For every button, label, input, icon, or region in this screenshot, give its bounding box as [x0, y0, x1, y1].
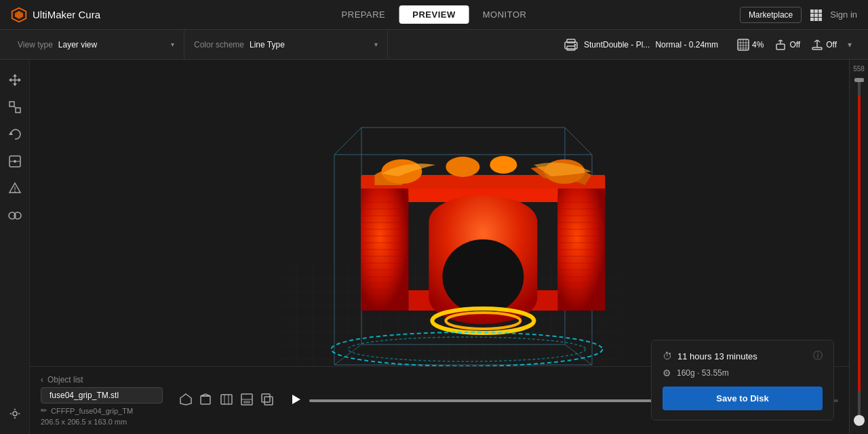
snap-icon	[8, 155, 22, 168]
object-list-header[interactable]: ‹ Object list	[41, 375, 163, 384]
solid-view-button[interactable]	[179, 393, 193, 409]
move-tool-button[interactable]	[3, 68, 27, 92]
solid-view-icon	[179, 393, 193, 406]
object-list-chevron: ‹	[41, 375, 43, 384]
adhesion-control[interactable]: Off	[811, 39, 837, 51]
svg-rect-5	[810, 14, 814, 17]
svg-marker-39	[9, 132, 13, 135]
svg-rect-6	[814, 14, 818, 17]
svg-point-93	[442, 239, 524, 314]
merge-icon	[8, 209, 22, 222]
svg-marker-141	[292, 395, 300, 404]
toolbar: View type Layer view ▾ Color scheme Line…	[0, 30, 868, 60]
svg-point-45	[14, 191, 16, 193]
xray-view-button[interactable]	[220, 393, 233, 409]
object-list-label: Object list	[47, 375, 83, 384]
slice-view-button[interactable]	[240, 393, 254, 409]
svg-point-97	[490, 156, 517, 174]
pencil-icon: ✏	[41, 406, 47, 415]
svg-rect-140	[262, 394, 270, 402]
scale-tool-button[interactable]	[3, 95, 27, 119]
xray-view-icon	[220, 393, 233, 406]
svg-rect-8	[810, 18, 814, 21]
support-label: Off	[789, 40, 800, 50]
slider-fill	[858, 96, 861, 391]
logo-area: UltiMaker Cura	[11, 7, 100, 23]
svg-point-42	[14, 160, 16, 163]
tab-prepare[interactable]: PREPARE	[328, 5, 399, 24]
svg-marker-35	[18, 78, 21, 82]
svg-marker-132	[201, 394, 210, 396]
color-scheme-chevron: ▾	[374, 41, 378, 48]
object-model-name: CFFFP_fuse04_grip_TM	[51, 407, 133, 415]
settings-tool-button[interactable]	[3, 401, 27, 426]
print-material: 160g · 53.55m	[677, 368, 729, 378]
object-list-section: ‹ Object list fuse04_grip_TM.stl ✏ CFFFP…	[41, 375, 163, 426]
svg-point-48	[13, 412, 17, 416]
scale-icon	[8, 100, 22, 114]
print-material-row: ⚙ 160g · 53.55m	[663, 368, 823, 378]
settings-icon	[8, 407, 22, 420]
toolbar-controls: 4% Off Off ▾	[729, 39, 860, 51]
svg-marker-34	[9, 78, 12, 82]
tab-monitor[interactable]: MONITOR	[469, 5, 540, 24]
object-meta-row: ✏ CFFFP_fuse04_grip_TM	[41, 406, 163, 415]
layer-slider[interactable]: 558	[849, 60, 868, 434]
apps-grid-button[interactable]	[810, 9, 822, 21]
app-title: UltiMaker Cura	[33, 9, 100, 20]
undo-button[interactable]	[3, 122, 27, 146]
infill-icon	[737, 39, 749, 51]
svg-rect-131	[201, 396, 210, 404]
color-scheme-value: Line Type	[250, 40, 285, 50]
svg-rect-13	[567, 46, 575, 50]
printer-profile: Normal - 0.24mm	[655, 40, 718, 50]
layer-slider-top-handle[interactable]	[854, 78, 864, 82]
merge-button[interactable]	[3, 203, 27, 228]
save-to-disk-button[interactable]: Save to Disk	[663, 387, 823, 410]
svg-rect-138	[243, 401, 250, 403]
logo-icon	[11, 7, 27, 23]
svg-rect-3	[814, 9, 818, 13]
support-tool-button[interactable]	[3, 176, 27, 201]
view-type-chevron: ▾	[171, 41, 174, 48]
svg-rect-139	[264, 397, 273, 405]
play-button[interactable]	[290, 394, 301, 408]
marketplace-button[interactable]: Marketplace	[740, 7, 802, 23]
svg-marker-1	[15, 11, 23, 19]
layer-slider-bottom-handle[interactable]	[854, 415, 865, 426]
object-dimensions: 206.5 x 206.5 x 163.0 mm	[41, 418, 163, 426]
info-button[interactable]: ⓘ	[813, 350, 823, 362]
snap-button[interactable]	[3, 149, 27, 174]
toolbar-dropdown-arrow[interactable]: ▾	[848, 40, 852, 50]
svg-line-38	[14, 106, 16, 108]
support-control[interactable]: Off	[774, 39, 800, 51]
grid-icon	[810, 9, 822, 21]
left-sidebar	[0, 60, 30, 434]
play-icon	[290, 394, 301, 405]
wireframe-view-button[interactable]	[199, 393, 213, 409]
svg-marker-32	[13, 74, 17, 77]
nav-right: Marketplace Sign in	[740, 7, 857, 23]
printer-name: StuntDouble - Pl...	[584, 40, 650, 50]
color-scheme-label: Color scheme	[194, 40, 244, 50]
signin-button[interactable]: Sign in	[830, 9, 857, 20]
support-icon	[774, 39, 787, 51]
layer-slider-track[interactable]	[858, 78, 861, 426]
brim-outline	[317, 315, 616, 370]
infill-control[interactable]: 4%	[737, 39, 764, 51]
slice-view-icon	[240, 393, 254, 406]
view-type-dropdown[interactable]: View type Layer view ▾	[8, 30, 184, 59]
svg-rect-2	[810, 9, 814, 13]
adhesion-label: Off	[826, 40, 837, 50]
svg-point-129	[348, 337, 585, 361]
view-icons-group	[179, 393, 274, 409]
clock-icon: ⏱	[663, 351, 672, 361]
color-scheme-dropdown[interactable]: Color scheme Line Type ▾	[184, 30, 388, 59]
svg-marker-33	[13, 83, 17, 86]
svg-rect-26	[812, 47, 822, 50]
undo-icon	[8, 127, 22, 141]
svg-rect-9	[814, 18, 818, 21]
slider-value-display: 558	[853, 65, 865, 73]
tab-preview[interactable]: PREVIEW	[399, 5, 469, 24]
copy-button[interactable]	[260, 393, 274, 409]
